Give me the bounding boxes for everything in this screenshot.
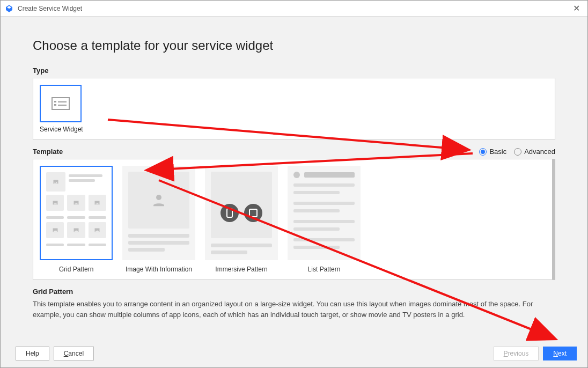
type-item-label: Service Widget: [40, 126, 83, 133]
svg-rect-3: [58, 101, 67, 102]
radio-basic[interactable]: Basic: [479, 148, 506, 156]
phone-icon[interactable]: [220, 204, 239, 222]
radio-icon: [479, 148, 487, 156]
template-item-image-info[interactable]: Image With Information: [122, 166, 195, 273]
template-item-list[interactable]: List Pattern: [288, 166, 361, 273]
radio-basic-label: Basic: [489, 148, 506, 156]
description-title: Grid Pattern: [33, 288, 555, 296]
template-item-label: Image With Information: [122, 266, 195, 273]
page-heading: Choose a template for your service widge…: [33, 38, 555, 53]
template-thumb-list: [288, 166, 361, 260]
next-button[interactable]: Next: [543, 347, 577, 360]
window-titlebar: Create Service Widget ✕: [1, 1, 587, 17]
close-icon[interactable]: ✕: [570, 3, 583, 13]
svg-point-5: [156, 195, 161, 200]
template-item-grid[interactable]: Grid Pattern: [40, 166, 113, 273]
previous-button: Previous: [494, 347, 539, 360]
svg-rect-0: [52, 98, 69, 109]
svg-rect-6: [227, 209, 232, 217]
type-label: Type: [33, 67, 555, 75]
template-thumb-grid: [40, 166, 113, 260]
svg-rect-2: [54, 104, 56, 106]
radio-icon: [514, 148, 521, 156]
template-label: Template: [33, 148, 63, 156]
type-thumb-service-widget[interactable]: [40, 85, 82, 122]
radio-advanced[interactable]: Advanced: [514, 148, 555, 156]
type-box: Service Widget: [33, 78, 555, 140]
svg-rect-7: [249, 209, 257, 217]
template-mode-radio-group: Basic Advanced: [479, 148, 555, 156]
template-item-immersive[interactable]: Immersive Pattern: [205, 166, 278, 273]
template-item-label: Grid Pattern: [40, 266, 113, 273]
window-title: Create Service Widget: [18, 5, 570, 12]
template-thumb-image-info: [122, 166, 195, 260]
template-item-label: Immersive Pattern: [205, 266, 278, 273]
card-icon: [52, 97, 70, 110]
svg-rect-1: [54, 101, 56, 102]
app-logo-icon: [5, 4, 13, 13]
help-button[interactable]: Help: [16, 347, 49, 360]
immersive-device-overlay: [205, 166, 278, 260]
radio-advanced-label: Advanced: [524, 148, 555, 156]
description-body: This template enables you to arrange con…: [33, 299, 548, 320]
cancel-button[interactable]: Cancel: [54, 347, 94, 360]
template-item-label: List Pattern: [288, 266, 361, 273]
tablet-icon[interactable]: [244, 204, 262, 222]
svg-rect-4: [58, 105, 67, 106]
template-box: Grid Pattern Image With Information: [33, 159, 555, 280]
dialog-footer: Help Cancel Previous Next: [1, 340, 587, 367]
type-item-service-widget[interactable]: Service Widget: [40, 85, 83, 133]
